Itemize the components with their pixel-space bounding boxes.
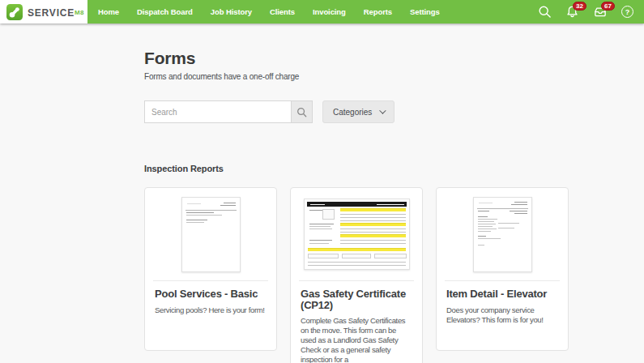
search-box (144, 100, 313, 123)
document-preview-icon (181, 197, 241, 272)
servicem8-logo[interactable]: SERVICEM8 (0, 0, 87, 23)
servicem8-logo-icon (6, 4, 23, 20)
inbox-icon[interactable]: 67 (593, 5, 608, 19)
nav-icon-group: 32 67 ? (538, 0, 644, 23)
inbox-badge: 67 (601, 2, 615, 11)
forms-page: Forms Forms and documents have a one-off… (0, 23, 569, 363)
top-navbar: SERVICEM8 Home Dispatch Board Job Histor… (0, 0, 644, 23)
form-thumbnail (291, 188, 422, 280)
form-card-description: Servicing pools? Here is your form! (145, 300, 276, 323)
form-card-description: Does your company service Elevators? Thi… (437, 300, 568, 333)
document-preview-icon (473, 197, 532, 272)
help-icon[interactable]: ? (621, 6, 633, 18)
search-submit-button[interactable] (291, 101, 312, 122)
form-card-title: Gas Safety Certificate (CP12) (291, 281, 422, 310)
form-card-pool-services[interactable]: Pool Services - Basic Servicing pools? H… (144, 187, 277, 351)
nav-item-clients[interactable]: Clients (261, 0, 304, 23)
notifications-badge: 32 (573, 2, 586, 11)
page-title: Forms (144, 48, 569, 69)
form-thumbnail (437, 188, 568, 280)
categories-label: Categories (333, 108, 372, 117)
search-icon[interactable] (538, 5, 552, 19)
document-preview-icon (304, 199, 410, 270)
form-card-item-detail-elevator[interactable]: Item Detail - Elevator Does your company… (436, 187, 569, 351)
brand-text: SERVICEM8 (28, 5, 84, 19)
nav-item-reports[interactable]: Reports (355, 0, 401, 23)
section-title-inspection-reports: Inspection Reports (144, 164, 569, 173)
notifications-bell-icon[interactable]: 32 (565, 5, 579, 19)
nav-menu: Home Dispatch Board Job History Clients … (89, 0, 449, 23)
nav-item-dispatch-board[interactable]: Dispatch Board (128, 0, 202, 23)
nav-item-job-history[interactable]: Job History (202, 0, 261, 23)
nav-item-home[interactable]: Home (89, 0, 128, 23)
categories-dropdown[interactable]: Categories (322, 100, 395, 123)
form-card-title: Item Detail - Elevator (437, 281, 568, 300)
nav-item-settings[interactable]: Settings (401, 0, 449, 23)
search-toolbar: Categories (144, 100, 569, 123)
chevron-down-icon (380, 107, 386, 113)
form-card-gas-safety-certificate[interactable]: Gas Safety Certificate (CP12) Complete G… (290, 187, 423, 363)
forms-card-grid: Pool Services - Basic Servicing pools? H… (144, 187, 569, 363)
search-input[interactable] (145, 101, 291, 122)
page-subtitle: Forms and documents have a one-off charg… (144, 72, 569, 81)
nav-item-invoicing[interactable]: Invoicing (304, 0, 355, 23)
magnifier-icon (296, 107, 307, 117)
form-card-description: Complete Gas Safety Certificates on the … (291, 310, 422, 363)
form-thumbnail (145, 188, 276, 280)
form-card-title: Pool Services - Basic (145, 281, 276, 300)
